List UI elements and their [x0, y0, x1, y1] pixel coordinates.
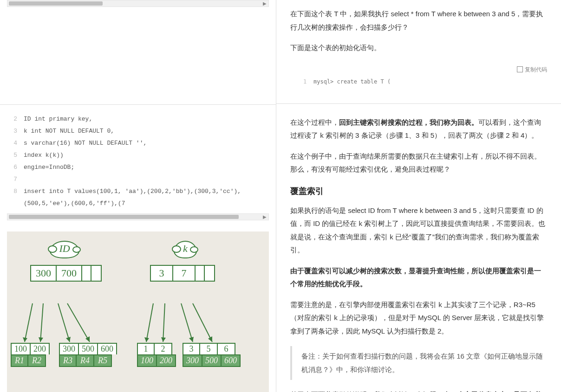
tree-root-node: 300 700	[30, 265, 102, 282]
svg-line-12	[181, 303, 193, 342]
leaf-group: 300 500 600 R3 R4 R5	[59, 343, 117, 367]
left-column: ▶ 2ID int primary key,3k int NOT NULL DE…	[0, 0, 276, 392]
divider	[0, 104, 276, 105]
svg-line-8	[146, 303, 153, 342]
divider	[276, 103, 561, 104]
paragraph: 下面是这个表的初始化语句。	[290, 41, 547, 55]
right-column: 在下面这个表 T 中，如果我执行 select * from T where k…	[276, 0, 561, 392]
code-line: 2ID int primary key,	[7, 113, 269, 125]
paragraph: 在这个过程中，回到主键索引树搜索的过程，我们称为回表。可以看到，这个查询过程读了…	[290, 116, 547, 142]
paragraph: 在下面这个表 T 中，如果我执行 select * from T where k…	[290, 7, 547, 34]
blockquote: 备注：关于如何查看扫描行数的问题，我将会在第 16 文章《如何正确地显示随机消息…	[290, 346, 547, 380]
svg-marker-1	[23, 337, 27, 342]
section-heading: 覆盖索引	[290, 186, 547, 197]
paragraph: 需要注意的是，在引擎内部使用覆盖索引在索引 k 上其实读了三个记录，R3~R5（…	[290, 298, 547, 338]
tree-root-label: ID	[50, 241, 79, 258]
paragraph: 在这个例子中，由于查询结果所需要的数据只在主键索引上有，所以不得不回表。那么，有…	[290, 150, 547, 176]
svg-line-10	[163, 303, 165, 342]
leaf-group: 1 2 100 200	[137, 343, 176, 367]
code-block: 2ID int primary key,3k int NOT NULL DEFA…	[7, 113, 269, 210]
tree-root-label: k	[174, 241, 197, 258]
code-line: 7	[7, 174, 269, 186]
svg-marker-9	[144, 337, 149, 342]
index-tree-diagram: ID 300 700 100 200 R1 R2	[7, 231, 269, 392]
svg-line-14	[193, 303, 212, 342]
svg-line-0	[25, 303, 33, 342]
code-line: 4s varchar(16) NOT NULL DEFAULT '',	[7, 137, 269, 149]
svg-marker-15	[208, 336, 212, 342]
svg-line-4	[58, 303, 70, 342]
scroll-right-icon[interactable]: ▶	[263, 1, 267, 6]
leaf-group: 3 5 6 300 500 600	[183, 343, 241, 367]
scrollbar-thumb[interactable]	[9, 1, 103, 6]
code-snippet: 复制代码 1mysql> create table T (	[290, 64, 547, 90]
code-line: 5index k(k))	[7, 149, 269, 161]
svg-marker-13	[189, 337, 194, 342]
copy-icon[interactable]	[518, 67, 523, 72]
scroll-right-icon[interactable]: ▶	[263, 214, 267, 219]
copy-button[interactable]: 复制代码	[525, 66, 547, 73]
code-line: 8insert into T values(100,1, 'aa'),(200,…	[7, 186, 269, 210]
svg-line-6	[67, 303, 90, 342]
svg-marker-11	[161, 337, 166, 342]
svg-marker-7	[85, 336, 90, 342]
code-scrollbar[interactable]: ▶	[7, 213, 269, 220]
scrollbar-top[interactable]: ▶	[7, 0, 269, 7]
code-line: 3k int NOT NULL DEFAULT 0,	[7, 125, 269, 137]
svg-marker-5	[66, 337, 71, 342]
paragraph: 由于覆盖索引可以减少树的搜索次数，显著提升查询性能，所以使用覆盖索引是一个常用的…	[290, 264, 547, 291]
svg-marker-3	[39, 337, 43, 342]
code-line: 6engine=InnoDB;	[7, 161, 269, 174]
paragraph: 如果执行的语句是 select ID from T where k betwee…	[290, 204, 547, 257]
scrollbar-thumb[interactable]	[9, 215, 239, 219]
paragraph: 基于上面覆盖索引的说明，我们来讨论一个问题：在一个市民信息表上，是否有必要将身份…	[290, 388, 547, 392]
svg-line-2	[40, 303, 43, 342]
leaf-group: 100 200 R1 R2	[11, 343, 50, 367]
tree-root-node: 3 7	[150, 265, 215, 282]
